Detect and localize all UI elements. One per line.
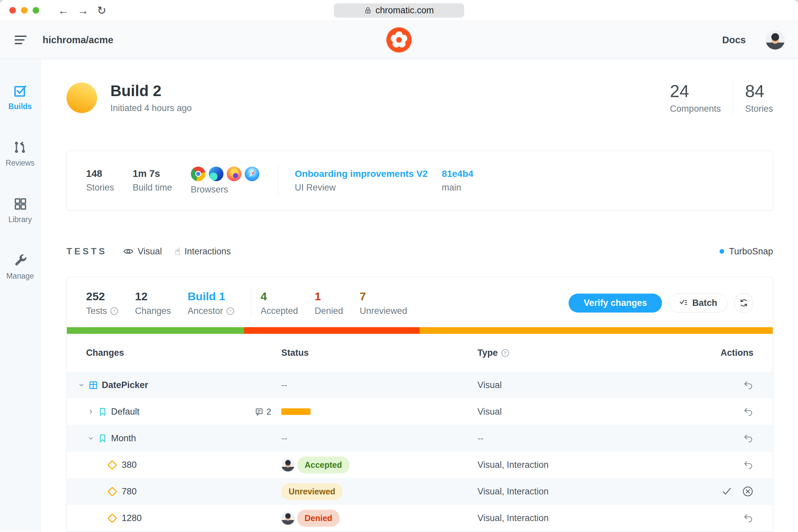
- status-empty: --: [281, 380, 287, 391]
- edge-icon: [209, 167, 224, 181]
- column-header-status: Status: [281, 348, 477, 358]
- svg-text:?: ?: [113, 308, 115, 314]
- reload-icon[interactable]: ↻: [97, 0, 107, 21]
- sidebar-item-builds[interactable]: Builds: [8, 84, 32, 111]
- menu-icon[interactable]: [15, 36, 26, 44]
- safari-icon: [245, 167, 259, 181]
- divider: [278, 165, 278, 196]
- help-icon[interactable]: ?: [226, 307, 234, 315]
- table-row[interactable]: 780 Unreviewed Visual, Interaction: [67, 478, 773, 505]
- row-name: 1280: [122, 513, 141, 524]
- row-type: Visual: [477, 407, 711, 417]
- status-badge: Unreviewed: [281, 483, 342, 500]
- org-breadcrumb[interactable]: hichroma/acme: [42, 35, 113, 45]
- sidebar-item-library[interactable]: Library: [8, 197, 32, 224]
- reviewer-avatar: [281, 458, 294, 472]
- sidebar: Builds Reviews Library: [0, 59, 41, 532]
- maximize-window-button[interactable]: [33, 7, 39, 14]
- builds-check-icon: [13, 84, 27, 98]
- table-row[interactable]: 1280 Denied Visual, Interaction: [67, 505, 773, 531]
- status-badge: Accepted: [297, 457, 349, 474]
- forward-icon[interactable]: →: [77, 0, 89, 21]
- stories-count-stat: 148 Stories: [86, 168, 114, 193]
- changes-count-stat: 12 Changes: [135, 290, 171, 316]
- help-icon[interactable]: ?: [501, 349, 509, 357]
- filter-visual[interactable]: Visual: [123, 246, 162, 257]
- row-name: Month: [111, 433, 136, 443]
- chevron-down-icon[interactable]: [78, 381, 85, 389]
- app-header: hichroma/acme Docs: [0, 21, 798, 59]
- chevron-down-icon[interactable]: [87, 435, 94, 442]
- tests-card: 252 Tests ? 12 Changes Build 1: [66, 277, 773, 532]
- refresh-button[interactable]: [734, 293, 754, 312]
- commit-link[interactable]: 81e4b4: [442, 169, 474, 179]
- back-icon[interactable]: ←: [58, 0, 69, 21]
- row-name: 380: [122, 460, 137, 470]
- column-header-type: Type ?: [477, 348, 711, 358]
- progress-segment-passed: [67, 327, 244, 334]
- sidebar-item-label: Reviews: [6, 158, 35, 168]
- commit-branch-label: main: [442, 183, 474, 193]
- checklist-icon: [679, 298, 688, 307]
- comment-count[interactable]: 2: [255, 407, 271, 417]
- table-row[interactable]: DatePicker -- Visual: [67, 372, 773, 398]
- build-subtitle: Initiated 4 hours ago: [110, 103, 192, 113]
- undo-icon[interactable]: [743, 513, 754, 523]
- tests-count-stat: 252 Tests ?: [86, 290, 118, 316]
- filter-interactions[interactable]: ☝ Interactions: [174, 246, 231, 257]
- deny-circle-x-icon[interactable]: [742, 486, 754, 497]
- browser-window: ← → ↻ chromatic.com hichroma/acme: [0, 0, 798, 532]
- row-name: 780: [122, 487, 137, 497]
- sidebar-item-label: Manage: [6, 272, 34, 281]
- tests-section-title: TESTS: [66, 246, 107, 257]
- table-row[interactable]: Month -- --: [67, 425, 773, 452]
- component-icon: [89, 381, 98, 390]
- address-bar[interactable]: chromatic.com: [334, 3, 464, 18]
- divider: [251, 289, 251, 317]
- table-row[interactable]: 380 Accepted Visual, Interaction: [67, 452, 773, 478]
- batch-button[interactable]: Batch: [669, 293, 727, 312]
- ancestor-build-stat[interactable]: Build 1 Ancestor ?: [188, 290, 234, 316]
- denied-count-stat: 1 Denied: [315, 290, 343, 316]
- progress-segment-unreviewed: [420, 327, 773, 334]
- user-avatar[interactable]: [766, 31, 785, 50]
- tap-icon: ☝: [174, 246, 180, 257]
- undo-icon[interactable]: [743, 460, 754, 470]
- column-header-changes: Changes: [67, 348, 281, 358]
- accept-check-icon[interactable]: [722, 486, 732, 497]
- chevron-right-icon[interactable]: [87, 408, 94, 415]
- row-type: Visual: [477, 380, 711, 391]
- browsers-stat: Browsers: [191, 167, 259, 195]
- sidebar-item-manage[interactable]: Manage: [6, 253, 34, 281]
- svg-text:?: ?: [229, 308, 231, 314]
- table-row[interactable]: Default 2 Visual: [67, 398, 773, 425]
- chromatic-logo-icon[interactable]: [386, 27, 412, 53]
- bookmark-icon: [98, 434, 107, 443]
- sidebar-item-reviews[interactable]: Reviews: [6, 140, 35, 168]
- undo-icon[interactable]: [743, 433, 754, 443]
- sidebar-item-label: Builds: [8, 102, 32, 111]
- progress-segment-denied: [244, 327, 420, 334]
- docs-link[interactable]: Docs: [722, 35, 746, 45]
- branch-link[interactable]: Onboarding improvements V2: [295, 169, 442, 179]
- undo-icon[interactable]: [743, 407, 754, 417]
- eye-icon: [123, 246, 134, 257]
- minimize-window-button[interactable]: [21, 7, 27, 14]
- help-icon[interactable]: ?: [110, 307, 118, 315]
- turbosnap-status: TurboSnap: [720, 246, 773, 257]
- row-name: Default: [111, 407, 140, 417]
- row-type: --: [477, 433, 711, 443]
- row-name: DatePicker: [102, 380, 148, 391]
- main-content: Build 2 Initiated 4 hours ago 24 Compone…: [41, 59, 798, 532]
- snapshot-diamond-icon: [108, 513, 117, 523]
- accepted-count-stat: 4 Accepted: [261, 290, 298, 316]
- status-badge: Denied: [297, 510, 340, 527]
- svg-text:?: ?: [504, 350, 507, 356]
- verify-changes-button[interactable]: Verify changes: [569, 293, 662, 312]
- undo-icon[interactable]: [743, 380, 754, 390]
- reviewer-avatar: [281, 511, 294, 525]
- branch-sublabel: UI Review: [295, 183, 442, 193]
- browser-toolbar: ← → ↻ chromatic.com: [0, 0, 798, 21]
- close-window-button[interactable]: [9, 7, 16, 14]
- status-empty: --: [281, 433, 287, 443]
